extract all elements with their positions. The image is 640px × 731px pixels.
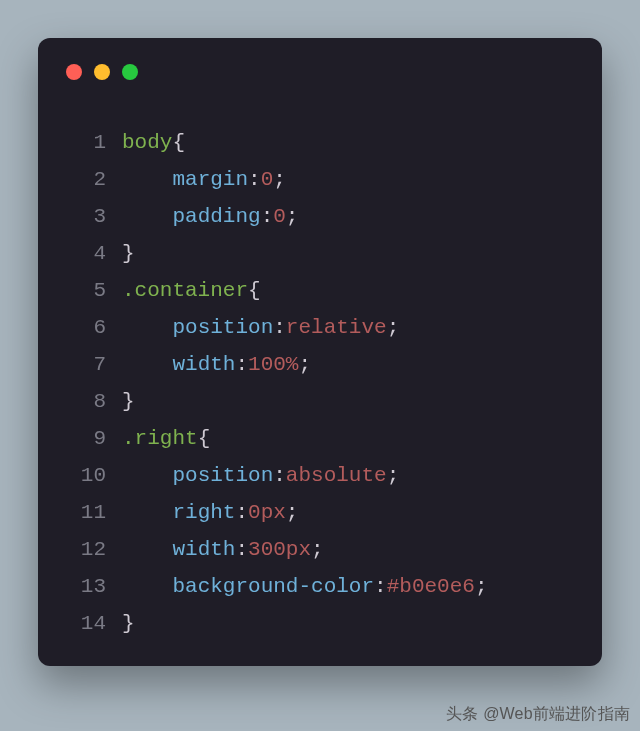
token-semicolon: ;: [311, 538, 324, 561]
code-block: 1body{2 margin:0;3 padding:0;4}5.contain…: [38, 124, 602, 646]
line-number: 10: [66, 457, 106, 494]
code-line: 14}: [66, 605, 582, 642]
token-colon: :: [374, 575, 387, 598]
token-colon: :: [235, 501, 248, 524]
token-property: padding: [172, 205, 260, 228]
token-value: 300px: [248, 538, 311, 561]
token-semicolon: ;: [387, 316, 400, 339]
indent: [122, 464, 172, 487]
indent: [122, 501, 172, 524]
code-line: 6 position:relative;: [66, 309, 582, 346]
line-number: 8: [66, 383, 106, 420]
maximize-icon: [122, 64, 138, 80]
line-content: .right{: [122, 420, 582, 457]
line-number: 9: [66, 420, 106, 457]
code-line: 11 right:0px;: [66, 494, 582, 531]
code-card: 1body{2 margin:0;3 padding:0;4}5.contain…: [38, 38, 602, 666]
line-number: 3: [66, 198, 106, 235]
token-value: 100%: [248, 353, 298, 376]
token-brace-close: }: [122, 242, 135, 265]
watermark: 头条 @Web前端进阶指南: [446, 704, 630, 725]
token-value: 0: [261, 168, 274, 191]
token-brace-open: {: [248, 279, 261, 302]
code-line: 9.right{: [66, 420, 582, 457]
line-content: position:relative;: [122, 309, 582, 346]
code-line: 7 width:100%;: [66, 346, 582, 383]
token-property: margin: [172, 168, 248, 191]
line-content: width:300px;: [122, 531, 582, 568]
window-controls: [66, 64, 138, 80]
indent: [122, 353, 172, 376]
indent: [122, 538, 172, 561]
line-content: }: [122, 605, 582, 642]
token-property: background-color: [172, 575, 374, 598]
code-line: 12 width:300px;: [66, 531, 582, 568]
token-semicolon: ;: [286, 501, 299, 524]
token-value: relative: [286, 316, 387, 339]
code-line: 5.container{: [66, 272, 582, 309]
line-number: 14: [66, 605, 106, 642]
line-number: 4: [66, 235, 106, 272]
token-value: #b0e0e6: [387, 575, 475, 598]
indent: [122, 205, 172, 228]
token-property: width: [172, 353, 235, 376]
line-content: .container{: [122, 272, 582, 309]
token-property: width: [172, 538, 235, 561]
code-line: 13 background-color:#b0e0e6;: [66, 568, 582, 605]
line-content: width:100%;: [122, 346, 582, 383]
token-colon: :: [273, 464, 286, 487]
line-number: 2: [66, 161, 106, 198]
token-semicolon: ;: [286, 205, 299, 228]
token-colon: :: [273, 316, 286, 339]
token-property: right: [172, 501, 235, 524]
code-line: 2 margin:0;: [66, 161, 582, 198]
indent: [122, 168, 172, 191]
token-semicolon: ;: [273, 168, 286, 191]
token-semicolon: ;: [298, 353, 311, 376]
token-property: position: [172, 464, 273, 487]
token-semicolon: ;: [475, 575, 488, 598]
minimize-icon: [94, 64, 110, 80]
line-content: }: [122, 235, 582, 272]
line-content: padding:0;: [122, 198, 582, 235]
token-value: 0: [273, 205, 286, 228]
token-brace-close: }: [122, 612, 135, 635]
code-line: 8}: [66, 383, 582, 420]
line-content: body{: [122, 124, 582, 161]
token-selector: body: [122, 131, 172, 154]
line-number: 6: [66, 309, 106, 346]
line-content: right:0px;: [122, 494, 582, 531]
token-brace-open: {: [172, 131, 185, 154]
token-value: absolute: [286, 464, 387, 487]
line-content: background-color:#b0e0e6;: [122, 568, 582, 605]
token-colon: :: [261, 205, 274, 228]
indent: [122, 316, 172, 339]
token-brace-close: }: [122, 390, 135, 413]
close-icon: [66, 64, 82, 80]
code-line: 3 padding:0;: [66, 198, 582, 235]
token-colon: :: [235, 538, 248, 561]
line-number: 11: [66, 494, 106, 531]
line-content: }: [122, 383, 582, 420]
code-line: 4}: [66, 235, 582, 272]
token-selector: .container: [122, 279, 248, 302]
token-semicolon: ;: [387, 464, 400, 487]
code-line: 10 position:absolute;: [66, 457, 582, 494]
line-number: 1: [66, 124, 106, 161]
line-number: 7: [66, 346, 106, 383]
token-property: position: [172, 316, 273, 339]
code-line: 1body{: [66, 124, 582, 161]
line-content: margin:0;: [122, 161, 582, 198]
line-content: position:absolute;: [122, 457, 582, 494]
line-number: 12: [66, 531, 106, 568]
token-brace-open: {: [198, 427, 211, 450]
token-colon: :: [248, 168, 261, 191]
token-colon: :: [235, 353, 248, 376]
token-selector: .right: [122, 427, 198, 450]
indent: [122, 575, 172, 598]
token-value: 0px: [248, 501, 286, 524]
line-number: 5: [66, 272, 106, 309]
line-number: 13: [66, 568, 106, 605]
